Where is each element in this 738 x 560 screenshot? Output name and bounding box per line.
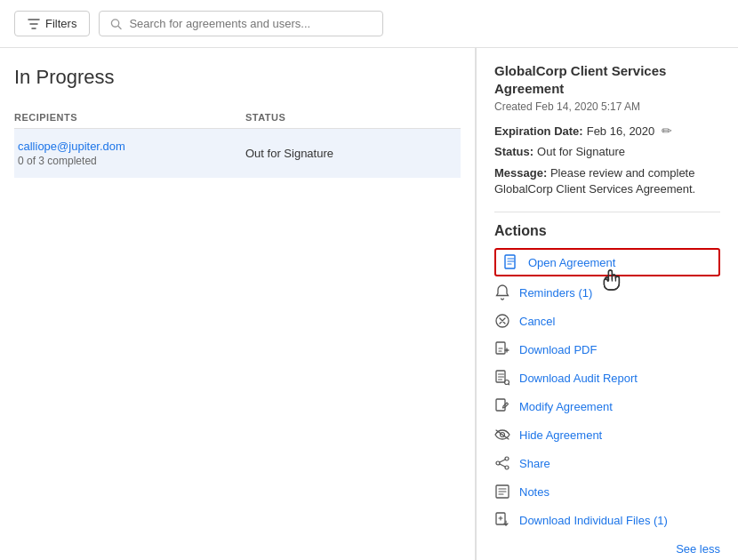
- action-notes[interactable]: Notes: [494, 477, 720, 506]
- action-label-reminders: Reminders (1): [519, 286, 592, 300]
- message-row: Message: Please review and complete Glob…: [494, 165, 720, 197]
- document-icon: [503, 254, 519, 270]
- action-label-share: Share: [519, 457, 550, 470]
- modify-icon: [494, 398, 510, 414]
- agreement-title: GlobalCorp Client Services Agreement: [494, 62, 720, 97]
- divider: [494, 212, 720, 212]
- col-status-header: STATUS: [245, 112, 461, 123]
- see-less-link[interactable]: See less: [676, 542, 720, 556]
- action-hide-agreement[interactable]: Hide Agreement: [494, 420, 720, 449]
- svg-point-9: [505, 457, 509, 460]
- col-recipients-header: RECIPIENTS: [14, 112, 245, 123]
- action-label-notes: Notes: [519, 485, 549, 499]
- filter-icon: [28, 18, 40, 30]
- download-files-icon: [494, 512, 510, 528]
- recipient-info: calliope@jupiter.dom 0 of 3 completed: [14, 140, 245, 167]
- action-label-download-audit: Download Audit Report: [519, 372, 638, 385]
- bell-icon: [494, 284, 510, 300]
- recipient-email: calliope@jupiter.dom: [18, 140, 242, 153]
- expiration-value: Feb 16, 2020: [587, 124, 655, 138]
- status-value: Out for Signature: [537, 145, 625, 158]
- right-panel: GlobalCorp Client Services Agreement Cre…: [476, 48, 738, 560]
- filter-button[interactable]: Filters: [14, 11, 90, 36]
- svg-line-1: [118, 26, 121, 28]
- action-download-pdf[interactable]: Download PDF: [494, 335, 720, 364]
- created-date: Created Feb 14, 2020 5:17 AM: [494, 100, 720, 113]
- action-reminders[interactable]: Reminders (1): [494, 278, 720, 307]
- section-title: In Progress: [14, 66, 461, 89]
- search-input[interactable]: [129, 17, 372, 30]
- status-row: Status: Out for Signature: [494, 145, 720, 158]
- notes-icon: [494, 484, 510, 500]
- main-content: In Progress RECIPIENTS STATUS calliope@j…: [0, 48, 738, 560]
- action-label-download-individual: Download Individual Files (1): [519, 514, 668, 527]
- expiration-row: Expiration Date: Feb 16, 2020 ✏: [494, 124, 720, 138]
- expiration-label: Expiration Date:: [494, 124, 583, 138]
- action-label-cancel: Cancel: [519, 315, 555, 328]
- action-label-hide: Hide Agreement: [519, 428, 602, 442]
- status-label: Status:: [494, 145, 533, 158]
- top-bar: Filters: [0, 0, 738, 48]
- table-row[interactable]: calliope@jupiter.dom 0 of 3 completed Ou…: [14, 129, 461, 178]
- audit-icon: [494, 370, 510, 386]
- message-label: Message:: [494, 166, 547, 180]
- search-box[interactable]: [99, 11, 383, 36]
- cancel-circle-icon: [494, 313, 510, 329]
- table-header: RECIPIENTS STATUS: [14, 107, 461, 129]
- recipient-count: 0 of 3 completed: [18, 155, 242, 167]
- edit-icon[interactable]: ✏: [662, 124, 672, 138]
- download-pdf-icon: [494, 341, 510, 357]
- action-download-individual[interactable]: Download Individual Files (1): [494, 506, 720, 534]
- actions-title: Actions: [494, 223, 720, 239]
- hide-icon: [494, 427, 510, 443]
- svg-point-10: [496, 461, 500, 465]
- see-less: See less: [494, 541, 720, 556]
- action-cancel[interactable]: Cancel: [494, 307, 720, 335]
- svg-rect-7: [496, 399, 505, 411]
- action-label-open-agreement: Open Agreement: [528, 256, 615, 269]
- action-open-agreement[interactable]: Open Agreement: [494, 248, 720, 276]
- svg-point-11: [505, 466, 509, 469]
- status-cell: Out for Signature: [245, 147, 461, 160]
- left-panel: In Progress RECIPIENTS STATUS calliope@j…: [0, 48, 476, 560]
- action-download-audit[interactable]: Download Audit Report: [494, 364, 720, 392]
- action-label-modify: Modify Agreement: [519, 400, 613, 413]
- action-label-download-pdf: Download PDF: [519, 343, 597, 356]
- search-icon: [110, 18, 122, 30]
- filter-label: Filters: [45, 17, 76, 30]
- share-icon: [494, 455, 510, 471]
- action-share[interactable]: Share: [494, 449, 720, 477]
- action-modify-agreement[interactable]: Modify Agreement: [494, 392, 720, 420]
